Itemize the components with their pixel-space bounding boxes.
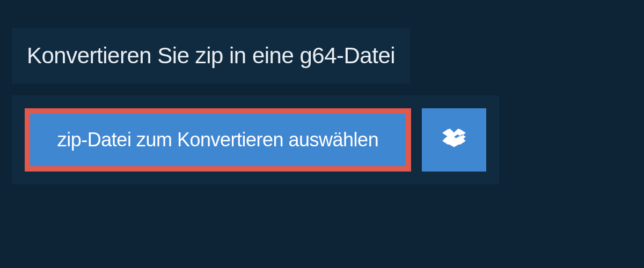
dropbox-button[interactable]: [422, 108, 486, 172]
action-panel: zip-Datei zum Konvertieren auswählen: [12, 95, 499, 184]
select-file-label: zip-Datei zum Konvertieren auswählen: [57, 129, 378, 151]
select-file-button[interactable]: zip-Datei zum Konvertieren auswählen: [25, 108, 411, 172]
dropbox-icon: [442, 127, 466, 153]
page-title: Konvertieren Sie zip in eine g64-Datei: [27, 43, 395, 69]
page-title-bar: Konvertieren Sie zip in eine g64-Datei: [12, 28, 410, 84]
